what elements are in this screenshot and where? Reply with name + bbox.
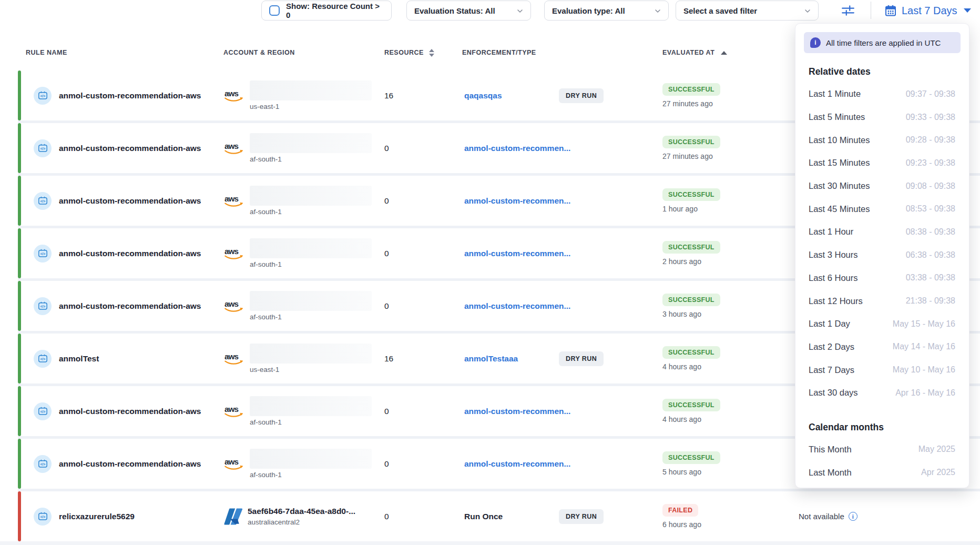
date-option-last-1-day[interactable]: Last 1 Day May 15 - May 16 xyxy=(795,312,969,336)
row-status-accent xyxy=(18,491,21,541)
date-option-last-12-hours[interactable]: Last 12 Hours 21:38 - 09:38 xyxy=(795,289,969,312)
date-option-last-15-minutes[interactable]: Last 15 Minutes 09:23 - 09:38 xyxy=(795,152,969,175)
filter-settings-button[interactable] xyxy=(836,2,860,19)
account-name-skeleton xyxy=(250,449,372,469)
enforcement-link[interactable]: qaqasqas xyxy=(464,91,559,100)
evaluated-time: 2 hours ago xyxy=(662,257,797,266)
date-option-last-30-days[interactable]: Last 30 days Apr 16 - May 16 xyxy=(795,381,969,405)
header-enforcement-type: ENFORCEMENT/TYPE xyxy=(462,49,662,56)
evaluated-time: 4 hours ago xyxy=(662,415,797,423)
date-option-range: 09:37 - 09:38 xyxy=(906,89,955,99)
date-option-last-10-minutes[interactable]: Last 10 Minutes 09:28 - 09:38 xyxy=(795,128,969,152)
date-option-range: 08:38 - 09:38 xyxy=(906,227,955,237)
date-option-label: Last 2 Days xyxy=(809,342,854,352)
account-name-skeleton xyxy=(250,291,372,311)
utc-banner: i All time filters are applied in UTC xyxy=(804,32,961,53)
evaluation-type-select[interactable]: Evaluation type: All xyxy=(544,1,669,21)
evaluated-time: 27 minutes ago xyxy=(662,152,797,160)
date-option-last-month[interactable]: Last Month Apr 2025 xyxy=(795,461,969,484)
status-badge: SUCCESSFUL xyxy=(662,83,720,96)
status-badge: SUCCESSFUL xyxy=(662,241,720,254)
sliders-icon xyxy=(841,4,855,17)
date-option-last-1-minute[interactable]: Last 1 Minute 09:37 - 09:38 xyxy=(795,83,969,106)
enforcement-link[interactable]: anmol-custom-recommen... xyxy=(464,407,570,416)
date-option-last-1-hour[interactable]: Last 1 Hour 08:38 - 09:38 xyxy=(795,220,969,244)
svg-text:aws: aws xyxy=(224,247,238,256)
account-region: af-south-1 xyxy=(250,313,372,321)
resource-sort-button[interactable] xyxy=(429,49,434,57)
date-option-last-5-minutes[interactable]: Last 5 Minutes 09:33 - 09:38 xyxy=(795,106,969,129)
rule-icon-circle: </> xyxy=(34,402,52,420)
rule-name: anmol-custom-recommendation-aws xyxy=(59,144,201,153)
svg-text:aws: aws xyxy=(224,457,238,466)
saved-filter-select[interactable]: Select a saved filter xyxy=(676,1,819,21)
enforcement-label: Run Once xyxy=(464,512,559,521)
aws-logo: aws xyxy=(223,140,244,156)
rule-icon: </> xyxy=(37,143,48,154)
rule-icon-circle: </> xyxy=(34,297,52,315)
date-option-label: Last Month xyxy=(809,468,852,478)
enforcement-link[interactable]: anmolTestaaa xyxy=(464,354,559,364)
header-evaluated-at: EVALUATED AT xyxy=(662,49,797,56)
enforcement-link[interactable]: anmol-custom-recommen... xyxy=(464,301,570,311)
date-option-last-6-hours[interactable]: Last 6 Hours 03:38 - 09:38 xyxy=(795,267,969,290)
account-region: us-east-1 xyxy=(250,366,372,374)
enforcement-link[interactable]: anmol-custom-recommen... xyxy=(464,249,570,258)
svg-text:aws: aws xyxy=(224,299,238,308)
table-row[interactable]: </> relicxazurerule5629 5aef6b46-7daa-45… xyxy=(18,491,980,541)
header-resource: RESOURCE xyxy=(384,49,462,57)
rule-icon-circle: </> xyxy=(34,87,52,105)
date-option-last-2-days[interactable]: Last 2 Days May 14 - May 16 xyxy=(795,336,969,359)
saved-filter-placeholder: Select a saved filter xyxy=(683,6,757,15)
enforcement-link[interactable]: anmol-custom-recommen... xyxy=(464,459,570,469)
show-resource-count-checkbox[interactable] xyxy=(269,5,280,16)
header-account-region: ACCOUNT & REGION xyxy=(223,49,384,56)
date-option-label: Last 7 Days xyxy=(809,365,854,375)
status-badge: SUCCESSFUL xyxy=(662,399,720,411)
status-badge: SUCCESSFUL xyxy=(662,136,720,148)
info-icon[interactable]: i xyxy=(849,512,858,521)
date-option-last-30-minutes[interactable]: Last 30 Minutes 09:08 - 09:38 xyxy=(795,175,969,198)
date-option-last-7-days[interactable]: Last 7 Days May 10 - May 16 xyxy=(795,358,969,381)
svg-text:aws: aws xyxy=(224,142,238,150)
enforcement-link[interactable]: anmol-custom-recommen... xyxy=(464,144,570,153)
topbar-divider xyxy=(871,2,871,19)
info-icon: i xyxy=(810,37,821,48)
next-evaluation-text: Not available xyxy=(799,512,844,521)
svg-text:aws: aws xyxy=(224,194,238,203)
date-option-range: Apr 16 - May 16 xyxy=(895,388,955,398)
date-option-last-3-hours[interactable]: Last 3 Hours 06:38 - 09:38 xyxy=(795,244,969,267)
svg-text:</>: </> xyxy=(40,199,45,203)
rule-icon-circle: </> xyxy=(34,455,52,473)
svg-text:aws: aws xyxy=(224,352,238,361)
row-status-accent xyxy=(18,176,21,226)
date-option-range: 09:08 - 09:38 xyxy=(906,181,955,191)
svg-text:</>: </> xyxy=(40,515,45,519)
account-name-skeleton xyxy=(250,238,372,258)
rule-name: anmol-custom-recommendation-aws xyxy=(59,249,201,258)
date-option-range: 09:23 - 09:38 xyxy=(906,158,955,168)
status-badge: SUCCESSFUL xyxy=(662,346,720,359)
caret-down-icon xyxy=(964,8,971,13)
evaluation-type-badge: DRY RUN xyxy=(559,88,604,103)
enforcement-link[interactable]: anmol-custom-recommen... xyxy=(464,196,570,206)
date-option-range: 03:38 - 09:38 xyxy=(906,273,955,282)
date-option-this-month[interactable]: This Month May 2025 xyxy=(795,438,969,461)
date-option-last-45-minutes[interactable]: Last 45 Minutes 08:53 - 09:38 xyxy=(795,197,969,220)
account-region: af-south-1 xyxy=(250,155,372,163)
account-id: 5aef6b46-7daa-45ea-a8d0-... xyxy=(248,507,355,516)
evaluated-at-sort-asc-icon[interactable] xyxy=(721,51,727,55)
evaluation-status-select[interactable]: Evaluation Status: All xyxy=(406,1,531,21)
date-option-label: Last 1 Day xyxy=(809,319,850,329)
show-resource-count-filter[interactable]: Show: Resource Count > 0 xyxy=(261,1,392,21)
rule-name: anmolTest xyxy=(59,354,99,364)
evaluated-time: 4 hours ago xyxy=(662,362,797,371)
rule-icon: </> xyxy=(37,195,48,206)
date-option-range: May 10 - May 16 xyxy=(893,365,955,375)
evaluation-type-label: Evaluation type: All xyxy=(552,6,625,15)
account-name-skeleton xyxy=(250,80,372,100)
aws-logo: aws xyxy=(223,88,244,104)
date-range-button[interactable]: Last 7 Days xyxy=(884,2,971,19)
evaluation-status-label: Evaluation Status: All xyxy=(414,6,495,15)
evaluated-time: 1 hour ago xyxy=(662,205,797,213)
